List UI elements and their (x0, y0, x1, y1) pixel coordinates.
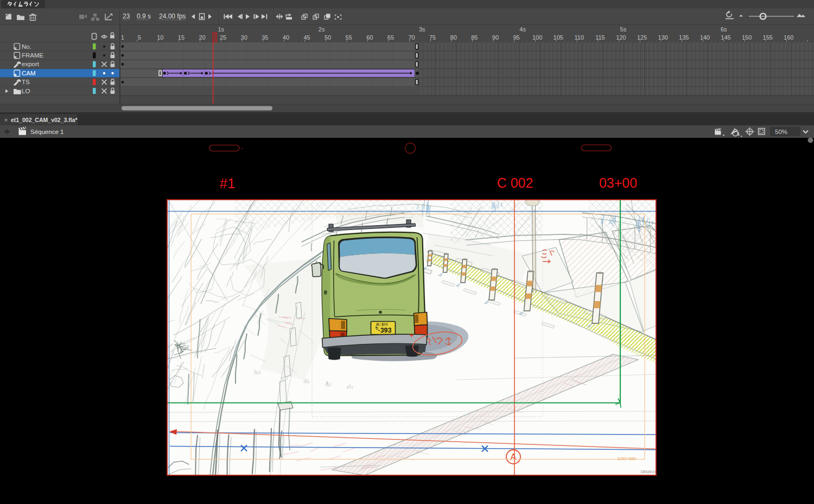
svg-text:120: 120 (616, 34, 626, 41)
svg-text:145: 145 (721, 34, 730, 41)
svg-text:4s: 4s (519, 26, 526, 33)
svg-text:15: 15 (178, 34, 185, 41)
svg-text:×: × (4, 117, 8, 123)
svg-text:20: 20 (199, 34, 205, 41)
svg-text:100: 100 (532, 34, 542, 41)
svg-text:1: 1 (121, 34, 124, 41)
svg-text:85: 85 (471, 34, 478, 41)
svg-text:35: 35 (262, 34, 268, 41)
svg-text:0.9 s: 0.9 s (137, 12, 151, 20)
svg-text:155: 155 (763, 34, 773, 41)
svg-text:A: A (510, 452, 517, 462)
svg-text:·393: ·393 (378, 327, 391, 334)
svg-text:No.: No. (22, 43, 31, 50)
svg-text:10: 10 (157, 34, 163, 41)
svg-text:65: 65 (387, 34, 394, 41)
svg-text:140: 140 (700, 34, 710, 41)
svg-text:130: 130 (658, 34, 668, 41)
svg-text:1150×650: 1150×650 (617, 456, 637, 461)
svg-text:160: 160 (784, 34, 793, 41)
svg-text:et1_002_CAM_v02_3.fla*: et1_002_CAM_v02_3.fla* (11, 117, 78, 123)
svg-text:2s: 2s (319, 26, 325, 33)
svg-text:125: 125 (637, 34, 647, 41)
svg-text:FRAME: FRAME (22, 52, 44, 59)
svg-text:CAM: CAM (22, 70, 36, 76)
svg-text:25: 25 (220, 34, 226, 41)
svg-text:90: 90 (492, 34, 499, 41)
svg-text:95: 95 (513, 34, 519, 41)
svg-text:75: 75 (429, 34, 436, 41)
svg-text:03+00: 03+00 (599, 175, 637, 190)
svg-text:24.00 fps: 24.00 fps (159, 12, 186, 20)
svg-text:export: export (22, 61, 40, 67)
svg-text:1s: 1s (218, 26, 224, 33)
svg-text:6s: 6s (721, 26, 727, 33)
svg-text:115: 115 (595, 34, 605, 41)
svg-text:30: 30 (241, 34, 247, 41)
svg-text:55: 55 (346, 34, 352, 41)
svg-text:80: 80 (450, 34, 457, 41)
svg-text:5s: 5s (620, 26, 627, 33)
svg-text:C 002: C 002 (497, 175, 533, 190)
svg-text:TS: TS (22, 79, 30, 85)
svg-text:23: 23 (123, 12, 130, 20)
svg-text:135: 135 (679, 34, 689, 41)
svg-text:LO: LO (22, 88, 30, 94)
svg-text:#1: #1 (220, 175, 236, 192)
svg-text:50: 50 (325, 34, 331, 41)
svg-text:5: 5 (138, 34, 141, 41)
svg-text:Séquence 1: Séquence 1 (30, 129, 63, 135)
svg-text:70: 70 (408, 34, 415, 41)
svg-text:110: 110 (575, 34, 584, 41)
svg-text:150: 150 (742, 34, 752, 41)
svg-text:45: 45 (303, 34, 310, 41)
svg-text:3s: 3s (419, 26, 425, 33)
svg-text:105: 105 (554, 34, 563, 41)
svg-text:50%: 50% (775, 129, 787, 135)
svg-text:60: 60 (366, 34, 373, 41)
svg-text:40: 40 (283, 34, 289, 41)
